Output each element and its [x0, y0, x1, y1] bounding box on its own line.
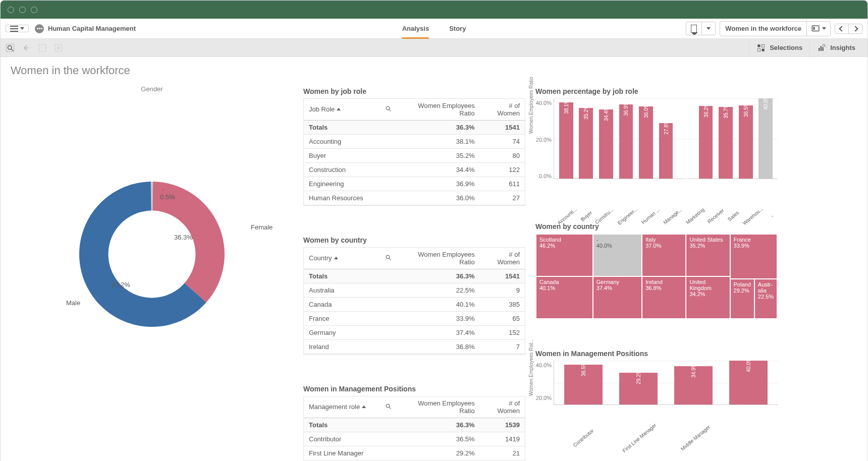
bar[interactable]: 40.0% [755, 98, 776, 179]
tm-cell[interactable]: France33.9% [730, 234, 777, 279]
tm-cell[interactable]: United States35.2% [686, 234, 730, 276]
svg-rect-8 [757, 44, 760, 47]
table-mgmt[interactable]: Management role Women Employees Ratio # … [303, 396, 525, 461]
svg-point-3 [8, 45, 12, 49]
insights-label: Insights [830, 44, 855, 51]
table-row[interactable]: Buyer35.2%80 [304, 149, 525, 163]
bar[interactable]: 36.0% [636, 98, 656, 179]
x-tick [728, 418, 775, 458]
table-row[interactable]: First Line Manager29.2%21 [304, 446, 525, 460]
svg-rect-0 [812, 26, 819, 31]
bar[interactable]: 0.0% [676, 98, 696, 179]
y-axis: 40.0%20.0% [535, 361, 554, 421]
donut-pct-male: 63.2% [112, 281, 130, 289]
col-header[interactable]: Job Role [304, 99, 397, 121]
table-row[interactable]: Engineering36.9%611 [304, 177, 525, 191]
window-minimize-icon[interactable] [19, 7, 26, 13]
bar[interactable]: 35.7% [716, 98, 736, 179]
gender-donut-chart[interactable]: Gender 0.5% - Female 36.3% 63.2% Male [11, 82, 293, 405]
selections-tool-button[interactable]: Selections [749, 39, 809, 57]
bar[interactable]: 36.5% [556, 361, 611, 405]
next-sheet-button[interactable] [848, 24, 862, 33]
bar[interactable]: 27.8% [656, 98, 676, 179]
svg-rect-9 [762, 44, 765, 47]
sheet-selector[interactable]: Women in the workforce [720, 21, 831, 36]
y-axis-label: Women Employees Ratio [528, 77, 534, 134]
chevron-left-icon [839, 26, 844, 31]
bar[interactable]: 35.2% [576, 98, 596, 179]
bar[interactable]: 40.0% [721, 361, 776, 405]
col-header[interactable]: Women Employees Ratio [397, 99, 480, 121]
tm-cell[interactable]: Scotland46.2% [536, 234, 593, 276]
svg-rect-14 [823, 47, 824, 51]
caret-down-icon [20, 27, 24, 30]
table-row[interactable]: France33.9%65 [304, 312, 525, 326]
table-row[interactable]: Contributor36.5%1419 [304, 432, 525, 446]
bar[interactable]: 34.4% [596, 98, 616, 179]
app-icon [35, 24, 44, 33]
tm-cell[interactable]: Canada40.1% [536, 276, 593, 319]
search-icon[interactable] [385, 105, 392, 112]
bar[interactable]: 36.5% [736, 98, 756, 179]
bar[interactable]: 34.9% [666, 361, 721, 405]
tm-cell[interactable]: United Kingdom34.2% [686, 276, 730, 319]
bar[interactable]: 38.1% [556, 98, 576, 179]
col-header[interactable]: Country [304, 248, 397, 269]
bar-chart-job-role[interactable]: Women Employees Ratio 40.0%20.0%0.0% 38.… [535, 98, 778, 199]
x-tick: Contributor [560, 418, 607, 458]
svg-rect-6 [55, 44, 62, 51]
tm-cell[interactable]: Italy37.0% [642, 234, 686, 276]
app-window: Human Capital Management Analysis Story … [0, 0, 868, 461]
col-header[interactable]: # of Women [480, 396, 525, 418]
table-job-role[interactable]: Job Role Women Employees Ratio # of Wome… [303, 98, 525, 206]
tab-story[interactable]: Story [449, 19, 466, 39]
col-header[interactable]: # of Women [480, 99, 525, 121]
x-tick: Middle Manager [672, 418, 719, 458]
treemap-country[interactable]: Scotland46.2% Canada40.1% -40.0% Germany… [535, 234, 778, 319]
table-row[interactable]: Germany37.4%152 [304, 326, 525, 340]
table-row[interactable]: Ireland36.8%7 [304, 340, 525, 354]
col-header[interactable]: Women Employees Ratio [397, 396, 480, 418]
bar[interactable]: 36.2% [696, 98, 716, 179]
bar-jobrole-title: Women percentage by job role [535, 87, 778, 95]
prev-sheet-button[interactable] [835, 24, 848, 33]
tm-cell[interactable]: Ireland36.8% [642, 276, 686, 319]
smart-search-icon[interactable] [6, 43, 15, 52]
svg-rect-12 [819, 48, 820, 51]
svg-line-16 [825, 46, 826, 47]
y-axis-label: Women Employees Rat... [528, 339, 534, 396]
table-row[interactable]: Construction34.4%122 [304, 163, 525, 177]
clear-all-icon[interactable] [54, 43, 63, 52]
svg-rect-10 [757, 48, 760, 51]
col-header[interactable]: # of Women [480, 248, 525, 269]
table-row[interactable]: Accounting38.1%74 [304, 135, 525, 149]
table-row[interactable]: Australia22.5%9 [304, 283, 525, 298]
step-back-icon[interactable] [22, 43, 31, 52]
table-row[interactable]: Canada40.1%385 [304, 298, 525, 312]
bar-chart-mgmt[interactable]: Women Employees Rat... 40.0%20.0% 36.5%2… [535, 361, 778, 421]
search-icon[interactable] [385, 403, 392, 410]
donut-lbl-female: Female [251, 223, 273, 231]
tm-cell[interactable]: -40.0% [593, 234, 642, 276]
bar[interactable]: 36.9% [616, 98, 636, 179]
table-row[interactable]: Human Resources36.0%27 [304, 191, 525, 205]
table-country[interactable]: Country Women Employees Ratio # of Women… [303, 247, 525, 355]
donut-pct-female: 36.3% [174, 234, 193, 241]
insights-button[interactable]: Insights [809, 39, 862, 57]
search-icon[interactable] [385, 254, 392, 261]
tab-analysis[interactable]: Analysis [402, 19, 429, 39]
chevron-right-icon [852, 26, 858, 31]
window-close-icon[interactable] [8, 7, 14, 13]
bar[interactable]: 29.2% [611, 361, 666, 405]
tm-cell[interactable]: Poland29.2% [730, 279, 754, 319]
main-menu-button[interactable] [6, 25, 29, 32]
top-navbar: Human Capital Management Analysis Story … [1, 19, 867, 39]
svg-rect-5 [39, 44, 46, 51]
window-zoom-icon[interactable] [31, 7, 37, 13]
bookmark-dropdown[interactable] [686, 22, 716, 35]
tm-cell[interactable]: Austr-alia22.5% [754, 279, 777, 319]
col-header[interactable]: Women Employees Ratio [397, 248, 480, 269]
col-header[interactable]: Management role [304, 396, 397, 418]
tm-cell[interactable]: Germany37.4% [593, 276, 642, 319]
step-forward-icon[interactable] [38, 43, 47, 52]
